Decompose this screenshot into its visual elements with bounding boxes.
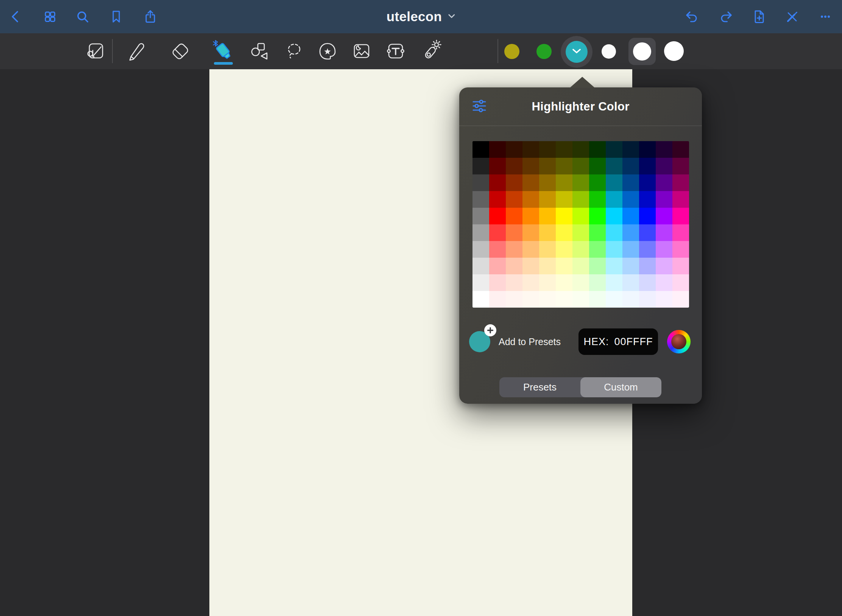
color-swatch[interactable]	[522, 224, 539, 241]
tool-image[interactable]	[346, 36, 377, 66]
color-swatch[interactable]	[506, 241, 522, 258]
color-swatch[interactable]	[606, 258, 622, 274]
search-button[interactable]	[72, 6, 93, 27]
color-swatch[interactable]	[522, 274, 539, 291]
color-swatch[interactable]	[589, 241, 606, 258]
color-swatch[interactable]	[522, 158, 539, 174]
color-swatch[interactable]	[522, 291, 539, 308]
color-swatch[interactable]	[589, 141, 606, 158]
color-swatch[interactable]	[656, 224, 672, 241]
tool-pen[interactable]	[120, 36, 150, 66]
color-swatch[interactable]	[656, 174, 672, 191]
color-swatch[interactable]	[506, 208, 522, 224]
color-swatch[interactable]	[539, 208, 556, 224]
tab-custom[interactable]: Custom	[580, 377, 661, 397]
color-swatch[interactable]	[489, 224, 506, 241]
color-swatch[interactable]	[539, 274, 556, 291]
color-swatch[interactable]	[506, 191, 522, 208]
color-swatch[interactable]	[522, 208, 539, 224]
color-swatch[interactable]	[472, 241, 489, 258]
color-swatch[interactable]	[556, 291, 572, 308]
color-swatch[interactable]	[572, 191, 589, 208]
color-swatch[interactable]	[572, 141, 589, 158]
color-swatch[interactable]	[489, 174, 506, 191]
add-to-presets-button[interactable]	[469, 331, 490, 352]
color-swatch[interactable]	[622, 291, 639, 308]
color-swatch[interactable]	[572, 241, 589, 258]
color-swatch[interactable]	[489, 291, 506, 308]
color-swatch[interactable]	[639, 258, 656, 274]
color-swatch[interactable]	[506, 258, 522, 274]
color-swatch[interactable]	[539, 291, 556, 308]
color-swatch[interactable]	[639, 174, 656, 191]
tool-scribble[interactable]	[80, 36, 111, 66]
stroke-size-medium-selected[interactable]	[628, 38, 656, 65]
color-swatch[interactable]	[572, 174, 589, 191]
color-swatch[interactable]	[472, 191, 489, 208]
color-swatch[interactable]	[622, 274, 639, 291]
color-swatch[interactable]	[639, 274, 656, 291]
color-swatch[interactable]	[589, 258, 606, 274]
color-swatch[interactable]	[506, 158, 522, 174]
color-swatch[interactable]	[606, 241, 622, 258]
color-swatch[interactable]	[472, 141, 489, 158]
tool-laser-pointer[interactable]	[415, 36, 446, 66]
color-swatch[interactable]	[622, 158, 639, 174]
more-button[interactable]	[815, 6, 836, 27]
color-swatch[interactable]	[622, 191, 639, 208]
color-swatch[interactable]	[472, 158, 489, 174]
color-swatch[interactable]	[522, 191, 539, 208]
color-swatch[interactable]	[472, 208, 489, 224]
color-swatch[interactable]	[672, 174, 689, 191]
color-swatch[interactable]	[606, 191, 622, 208]
color-swatch[interactable]	[522, 241, 539, 258]
color-swatch[interactable]	[589, 158, 606, 174]
color-swatch[interactable]	[656, 158, 672, 174]
color-swatch[interactable]	[489, 241, 506, 258]
color-swatch[interactable]	[622, 174, 639, 191]
color-swatch[interactable]	[606, 224, 622, 241]
color-swatch[interactable]	[606, 208, 622, 224]
color-swatch[interactable]	[622, 208, 639, 224]
color-swatch[interactable]	[506, 224, 522, 241]
color-swatch[interactable]	[489, 208, 506, 224]
tool-eraser[interactable]	[165, 36, 196, 66]
color-swatch[interactable]	[656, 274, 672, 291]
hex-input[interactable]: HEX: 00FFFF	[578, 328, 658, 355]
color-swatch[interactable]	[572, 224, 589, 241]
color-swatch[interactable]	[556, 274, 572, 291]
back-button[interactable]	[5, 6, 27, 27]
color-swatch[interactable]	[556, 208, 572, 224]
color-swatch[interactable]	[589, 208, 606, 224]
color-swatch[interactable]	[606, 274, 622, 291]
color-swatch[interactable]	[589, 224, 606, 241]
color-swatch[interactable]	[656, 291, 672, 308]
color-swatch[interactable]	[606, 174, 622, 191]
color-swatch[interactable]	[639, 191, 656, 208]
color-swatch[interactable]	[656, 141, 672, 158]
color-swatch[interactable]	[489, 158, 506, 174]
color-swatch[interactable]	[622, 258, 639, 274]
color-swatch[interactable]	[489, 258, 506, 274]
color-swatch[interactable]	[639, 241, 656, 258]
color-swatch[interactable]	[589, 274, 606, 291]
tool-highlighter[interactable]	[208, 36, 239, 66]
color-swatch[interactable]	[539, 258, 556, 274]
color-swatch[interactable]	[639, 208, 656, 224]
color-swatch[interactable]	[539, 174, 556, 191]
color-swatch[interactable]	[506, 174, 522, 191]
tool-lasso[interactable]	[279, 36, 309, 66]
color-swatch[interactable]	[589, 191, 606, 208]
color-swatch[interactable]	[489, 141, 506, 158]
color-swatch[interactable]	[639, 158, 656, 174]
bookmark-button[interactable]	[106, 6, 127, 27]
color-swatch[interactable]	[622, 141, 639, 158]
color-swatch[interactable]	[556, 258, 572, 274]
color-swatch[interactable]	[556, 141, 572, 158]
color-swatch[interactable]	[672, 258, 689, 274]
color-swatch[interactable]	[639, 224, 656, 241]
color-swatch[interactable]	[522, 174, 539, 191]
stroke-size-large[interactable]	[664, 41, 684, 61]
color-swatch[interactable]	[472, 258, 489, 274]
tab-presets[interactable]: Presets	[499, 377, 580, 397]
